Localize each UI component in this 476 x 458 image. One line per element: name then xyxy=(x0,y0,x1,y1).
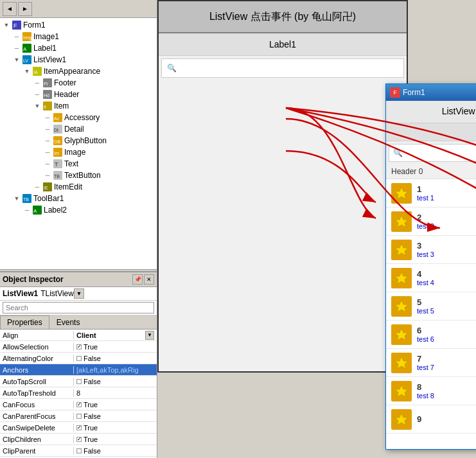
accessory-icon: Ac xyxy=(53,112,63,123)
tabs-row: Properties Events xyxy=(0,315,157,330)
itemedit-icon: IE xyxy=(42,182,53,192)
prop-row-allowselection: AllowSelection ✓ True xyxy=(0,341,157,353)
obj-pin-btn[interactable]: 📌 xyxy=(132,274,143,285)
expand-toolbar1[interactable]: ▼ xyxy=(12,193,22,204)
check-autotapscroll[interactable]: □ xyxy=(76,379,82,384)
check-canfocus[interactable]: ✓ xyxy=(76,402,82,407)
tree-item-image1[interactable]: ─ Img Image1 xyxy=(0,31,157,42)
expand-itemappearance[interactable]: ▼ xyxy=(22,66,32,76)
check-clipparent[interactable]: □ xyxy=(76,448,82,454)
tree-label-header: Header xyxy=(54,90,79,99)
obj-class-name: ListView1 xyxy=(3,289,38,298)
list-item-9-text: 9 xyxy=(417,414,476,424)
svg-text:IE: IE xyxy=(44,186,48,190)
list-item-3-num: 3 xyxy=(417,241,476,251)
list-item-8[interactable]: 8 test 8 8 xyxy=(386,377,476,405)
form1-search[interactable]: 🔍 xyxy=(389,144,476,162)
svg-text:A: A xyxy=(33,208,37,214)
tree-item-itemedit[interactable]: ─ IE ItemEdit xyxy=(0,181,157,193)
list-content: Header 0 1 test 1 › xyxy=(386,164,476,449)
tree-item-glyphbutton[interactable]: ─ GB GlyphButton xyxy=(0,135,157,146)
tree-label-item: Item xyxy=(54,101,69,110)
tree-item-label1[interactable]: ─ A Label1 xyxy=(0,42,157,54)
obj-class-dropdown[interactable]: ▼ xyxy=(74,288,84,299)
main-container: ◄ ► ▼ F Form1 ─ Img Image1 xyxy=(0,0,476,458)
properties-search[interactable] xyxy=(3,302,154,313)
list-item-5[interactable]: 5 test 5 › xyxy=(386,292,476,321)
svg-text:Hd: Hd xyxy=(44,93,49,98)
tree-item-form1[interactable]: ▼ F Form1 xyxy=(0,19,157,31)
search-row xyxy=(0,301,157,315)
image1-icon: Img xyxy=(22,31,32,42)
tree-item-image-item[interactable]: ─ Im Image xyxy=(0,146,157,158)
list-item-2-text: 2 test 2 xyxy=(417,213,476,230)
obj-close-btn[interactable]: ✕ xyxy=(144,274,154,285)
list-item-1[interactable]: 1 test 1 › xyxy=(386,179,476,207)
prop-value-clipparent: □ False xyxy=(74,447,157,455)
check-clipchildren[interactable]: ✓ xyxy=(76,437,82,442)
expand-itemedit: ─ xyxy=(32,182,42,192)
list-item-9-num: 9 xyxy=(417,414,476,424)
check-allowselection[interactable]: ✓ xyxy=(76,344,82,349)
check-canparentfocus[interactable]: □ xyxy=(76,414,82,419)
svg-marker-42 xyxy=(395,413,408,425)
toolbar-btn-forward[interactable]: ► xyxy=(18,2,32,16)
label1-icon: A xyxy=(22,43,32,53)
tree-item-label2[interactable]: ─ A Label2 xyxy=(0,204,157,216)
list-item-1-sub: test 1 xyxy=(417,194,476,202)
svg-marker-40 xyxy=(395,357,408,369)
list-item-7[interactable]: 7 test 7 › xyxy=(386,349,476,377)
tree-label-listview1: ListView1 xyxy=(33,55,66,64)
prop-value-anchors[interactable]: [akLeft,akTop,akRig xyxy=(74,366,157,374)
listview1-icon: LV xyxy=(22,55,32,65)
prop-row-canparentfocus: CanParentFocus □ False xyxy=(0,410,157,422)
list-item-6-sub: test 6 xyxy=(417,335,476,343)
list-item-2-sub: test 2 xyxy=(417,222,476,230)
tree-item-text[interactable]: ─ T Text xyxy=(0,158,157,170)
list-item-3[interactable]: 3 test 3 › xyxy=(386,236,476,264)
design-search[interactable]: 🔍 xyxy=(161,58,404,78)
tab-events[interactable]: Events xyxy=(49,315,87,329)
tree-label-itemappearance: ItemAppearance xyxy=(44,67,100,76)
tree-item-textbutton[interactable]: ─ TB TextButton xyxy=(0,170,157,181)
item-icon: It xyxy=(42,101,53,111)
check-canswipedelete[interactable]: ✓ xyxy=(76,425,82,430)
align-dropdown[interactable]: ▼ xyxy=(145,331,154,340)
tree-label-textbutton: TextButton xyxy=(64,171,101,180)
tree-label-image-item: Image xyxy=(64,148,85,157)
expand-listview1[interactable]: ▼ xyxy=(12,55,22,65)
expand-glyphbutton: ─ xyxy=(42,136,53,146)
tab-properties[interactable]: Properties xyxy=(0,315,49,329)
svg-text:A: A xyxy=(23,46,27,52)
tree-item-accessory[interactable]: ─ Ac Accessory xyxy=(0,112,157,123)
list-item-9[interactable]: 9 › xyxy=(386,405,476,434)
tree-item-detail[interactable]: ─ Dt Detail xyxy=(0,123,157,135)
tree-item-toolbar1[interactable]: ▼ TB ToolBar1 xyxy=(0,193,157,204)
form1-icon: F xyxy=(12,20,22,30)
tree-item-header[interactable]: ─ Hd Header xyxy=(0,89,157,100)
left-panel: ◄ ► ▼ F Form1 ─ Img Image1 xyxy=(0,0,157,458)
tree-item-itemappearance[interactable]: ▼ IA ItemAppearance xyxy=(0,66,157,77)
svg-text:It: It xyxy=(44,105,46,109)
detail-icon: Dt xyxy=(53,124,63,134)
list-item-3-sub: test 3 xyxy=(417,251,476,258)
obj-class-row: ListView1 TListView ▼ xyxy=(0,287,157,301)
prop-row-clipchildren: ClipChildren ✓ True xyxy=(0,434,157,445)
tree-item-footer[interactable]: ─ Ft Footer xyxy=(0,77,157,89)
expand-item[interactable]: ▼ xyxy=(32,101,42,111)
check-alternatingcolor[interactable]: □ xyxy=(76,356,82,361)
svg-text:Ft: Ft xyxy=(44,82,48,86)
list-item-2[interactable]: 2 test 2 2 xyxy=(386,207,476,236)
list-item-4[interactable]: 4 test 4 4 xyxy=(386,264,476,292)
prop-row-autotaptreshold: AutoTapTreshold 8 xyxy=(0,387,157,399)
tree-item-listview1[interactable]: ▼ LV ListView1 xyxy=(0,54,157,66)
list-item-6[interactable]: 6 test 6 6 xyxy=(386,321,476,349)
list-item-3-icon xyxy=(391,240,412,260)
text-icon: T xyxy=(53,159,63,169)
tree-label-glyphbutton: GlyphButton xyxy=(64,136,107,145)
tree-item-item[interactable]: ▼ It Item xyxy=(0,100,157,112)
expand-form1[interactable]: ▼ xyxy=(1,20,12,30)
list-item-4-num: 4 xyxy=(417,269,476,279)
toolbar-btn-back[interactable]: ◄ xyxy=(3,2,17,16)
list-header: Header 0 xyxy=(386,164,476,179)
